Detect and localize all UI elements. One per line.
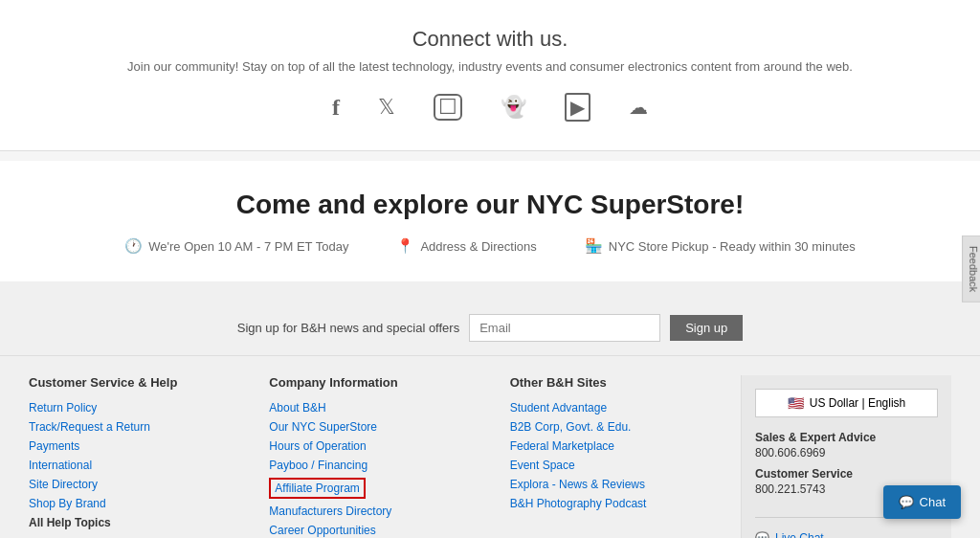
social-icons-container: f 𝕏 ☐ 👻 ▶ ☁ bbox=[19, 93, 961, 122]
customer-service-heading-side: Customer Service bbox=[755, 467, 938, 481]
link-return-policy[interactable]: Return Policy bbox=[29, 401, 240, 415]
sales-heading: Sales & Expert Advice bbox=[755, 431, 938, 444]
link-international[interactable]: International bbox=[29, 459, 240, 472]
facebook-icon[interactable]: f bbox=[332, 95, 340, 121]
link-photography-podcast[interactable]: B&H Photography Podcast bbox=[510, 497, 722, 510]
youtube-icon[interactable]: ▶ bbox=[565, 93, 590, 122]
link-affiliate-program[interactable]: Affiliate Program bbox=[269, 478, 480, 499]
clock-icon: 🕐 bbox=[124, 237, 143, 255]
twitter-icon[interactable]: 𝕏 bbox=[378, 95, 395, 120]
nyc-address[interactable]: 📍 Address & Directions bbox=[396, 237, 536, 255]
link-about-bh[interactable]: About B&H bbox=[269, 401, 480, 415]
snapchat-icon[interactable]: 👻 bbox=[501, 95, 526, 120]
other-sites-col: Other B&H Sites Student Advantage B2B Co… bbox=[510, 375, 722, 538]
link-event-space[interactable]: Event Space bbox=[510, 459, 722, 472]
link-b2b[interactable]: B2B Corp, Govt. & Edu. bbox=[510, 420, 722, 434]
side-links-block: 💬 Live Chat ✉ Contact Us 📞 Request Call … bbox=[755, 531, 938, 538]
link-all-help-topics[interactable]: All Help Topics bbox=[29, 516, 240, 529]
other-sites-heading: Other B&H Sites bbox=[510, 375, 722, 390]
newsletter-label: Sign up for B&H news and special offers bbox=[237, 321, 459, 335]
link-explora[interactable]: Explora - News & Reviews bbox=[510, 478, 722, 491]
connect-title: Connect with us. bbox=[19, 27, 961, 52]
link-careers[interactable]: Career Opportunities bbox=[269, 524, 480, 537]
footer-columns: Customer Service & Help Return Policy Tr… bbox=[29, 375, 722, 538]
link-federal-marketplace[interactable]: Federal Marketplace bbox=[510, 439, 722, 453]
signup-button[interactable]: Sign up bbox=[670, 315, 743, 341]
link-payments[interactable]: Payments bbox=[29, 439, 240, 453]
nyc-pickup: 🏪 NYC Store Pickup - Ready within 30 min… bbox=[585, 237, 856, 255]
store-icon: 🏪 bbox=[585, 237, 603, 255]
link-manufacturers[interactable]: Manufacturers Directory bbox=[269, 504, 480, 518]
live-chat-link[interactable]: 💬 Live Chat bbox=[755, 531, 938, 538]
currency-label: US Dollar | English bbox=[810, 396, 906, 410]
nyc-hours-text: We're Open 10 AM - 7 PM ET Today bbox=[148, 239, 348, 254]
currency-button[interactable]: 🇺🇸 US Dollar | English bbox=[755, 389, 938, 417]
newsletter-bar: Sign up for B&H news and special offers … bbox=[0, 301, 980, 356]
footer-main: Customer Service & Help Return Policy Tr… bbox=[0, 356, 980, 538]
live-chat-label: Live Chat bbox=[775, 531, 824, 538]
link-track-return[interactable]: Track/Request a Return bbox=[29, 420, 240, 434]
company-info-col: Company Information About B&H Our NYC Su… bbox=[269, 375, 480, 538]
us-flag-icon: 🇺🇸 bbox=[788, 395, 804, 411]
footer-section: Sign up for B&H news and special offers … bbox=[0, 281, 980, 538]
feedback-tab[interactable]: Feedback bbox=[962, 235, 980, 303]
feedback-label: Feedback bbox=[968, 246, 979, 292]
link-hours[interactable]: Hours of Operation bbox=[269, 439, 480, 453]
location-icon: 📍 bbox=[396, 237, 414, 255]
nyc-address-text: Address & Directions bbox=[420, 239, 536, 254]
customer-service-col: Customer Service & Help Return Policy Tr… bbox=[29, 375, 240, 538]
chat-icon: 💬 bbox=[899, 495, 914, 509]
connect-section: Connect with us. Join our community! Sta… bbox=[0, 0, 980, 151]
chat-bubble-icon: 💬 bbox=[755, 531, 769, 538]
chat-label: Chat bbox=[920, 495, 946, 509]
nyc-pickup-text: NYC Store Pickup - Ready within 30 minut… bbox=[609, 239, 856, 254]
nyc-title: Come and explore our NYC SuperStore! bbox=[19, 190, 961, 220]
instagram-icon[interactable]: ☐ bbox=[434, 94, 462, 121]
link-student-advantage[interactable]: Student Advantage bbox=[510, 401, 722, 415]
newsletter-email-input[interactable] bbox=[469, 314, 660, 342]
link-nyc-superstore[interactable]: Our NYC SuperStore bbox=[269, 420, 480, 434]
link-site-directory[interactable]: Site Directory bbox=[29, 478, 240, 491]
nyc-info-bar: 🕐 We're Open 10 AM - 7 PM ET Today 📍 Add… bbox=[19, 237, 961, 255]
nyc-section: Come and explore our NYC SuperStore! 🕐 W… bbox=[0, 161, 980, 281]
link-payboo[interactable]: Payboo / Financing bbox=[269, 459, 480, 472]
company-info-heading: Company Information bbox=[269, 375, 480, 390]
nyc-hours: 🕐 We're Open 10 AM - 7 PM ET Today bbox=[124, 237, 348, 255]
link-shop-by-brand[interactable]: Shop By Brand bbox=[29, 497, 240, 510]
soundcloud-icon[interactable]: ☁ bbox=[629, 96, 648, 119]
chat-button[interactable]: 💬 Chat bbox=[883, 485, 961, 519]
customer-service-heading: Customer Service & Help bbox=[29, 375, 240, 390]
connect-subtitle: Join our community! Stay on top of all t… bbox=[19, 59, 961, 74]
sales-phone: 800.606.6969 bbox=[755, 446, 938, 460]
